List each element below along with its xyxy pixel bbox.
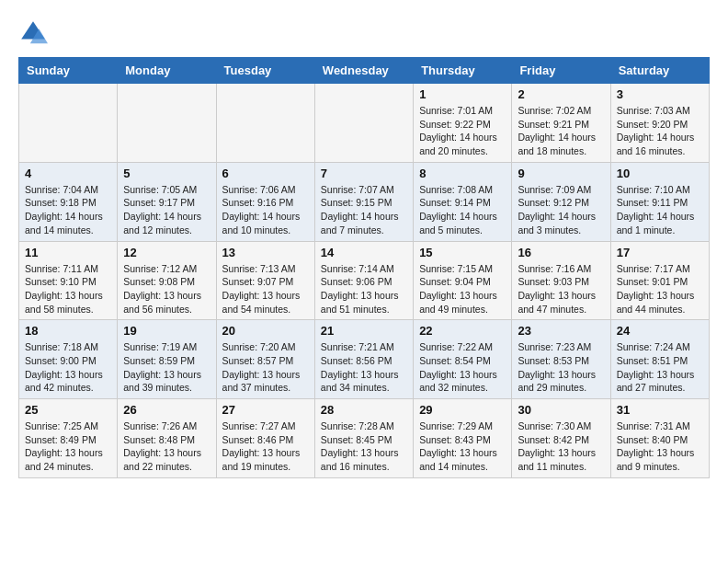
- day-number: 6: [222, 167, 309, 180]
- calendar-cell: 18Sunrise: 7:18 AM Sunset: 9:00 PM Dayli…: [19, 320, 118, 399]
- week-row-1: 1Sunrise: 7:01 AM Sunset: 9:22 PM Daylig…: [19, 84, 710, 163]
- day-info: Sunrise: 7:19 AM Sunset: 8:59 PM Dayligh…: [123, 340, 210, 395]
- calendar-cell: 16Sunrise: 7:16 AM Sunset: 9:03 PM Dayli…: [512, 241, 610, 320]
- calendar-cell: 15Sunrise: 7:15 AM Sunset: 9:04 PM Dayli…: [414, 241, 512, 320]
- calendar-cell: [19, 84, 118, 163]
- calendar-table: SundayMondayTuesdayWednesdayThursdayFrid…: [18, 57, 710, 478]
- day-info: Sunrise: 7:30 AM Sunset: 8:42 PM Dayligh…: [518, 419, 604, 474]
- day-number: 30: [518, 403, 604, 417]
- day-info: Sunrise: 7:20 AM Sunset: 8:57 PM Dayligh…: [222, 340, 309, 395]
- calendar-cell: 27Sunrise: 7:27 AM Sunset: 8:46 PM Dayli…: [216, 399, 314, 478]
- weekday-header-friday: Friday: [512, 58, 610, 84]
- day-number: 1: [419, 87, 506, 101]
- day-info: Sunrise: 7:23 AM Sunset: 8:53 PM Dayligh…: [518, 340, 604, 395]
- calendar-cell: [118, 84, 216, 163]
- day-number: 18: [25, 324, 111, 338]
- day-info: Sunrise: 7:08 AM Sunset: 9:14 PM Dayligh…: [419, 183, 506, 237]
- day-number: 27: [222, 403, 309, 417]
- day-info: Sunrise: 7:28 AM Sunset: 8:45 PM Dayligh…: [321, 419, 407, 474]
- calendar-cell: 6Sunrise: 7:06 AM Sunset: 9:16 PM Daylig…: [216, 162, 314, 241]
- day-number: 16: [518, 246, 604, 259]
- day-number: 9: [518, 167, 604, 180]
- day-info: Sunrise: 7:06 AM Sunset: 9:16 PM Dayligh…: [222, 183, 309, 237]
- day-number: 26: [123, 403, 210, 417]
- day-info: Sunrise: 7:12 AM Sunset: 9:08 PM Dayligh…: [123, 262, 210, 316]
- calendar-cell: 3Sunrise: 7:03 AM Sunset: 9:20 PM Daylig…: [610, 84, 709, 163]
- day-number: 28: [321, 403, 407, 417]
- day-info: Sunrise: 7:27 AM Sunset: 8:46 PM Dayligh…: [222, 419, 309, 474]
- day-info: Sunrise: 7:25 AM Sunset: 8:49 PM Dayligh…: [25, 419, 111, 474]
- calendar-cell: 14Sunrise: 7:14 AM Sunset: 9:06 PM Dayli…: [314, 241, 413, 320]
- day-number: 23: [518, 324, 604, 338]
- day-number: 29: [419, 403, 506, 417]
- day-info: Sunrise: 7:03 AM Sunset: 9:20 PM Dayligh…: [617, 104, 703, 158]
- calendar-cell: 13Sunrise: 7:13 AM Sunset: 9:07 PM Dayli…: [216, 241, 314, 320]
- calendar-cell: 19Sunrise: 7:19 AM Sunset: 8:59 PM Dayli…: [118, 320, 216, 399]
- calendar-cell: 23Sunrise: 7:23 AM Sunset: 8:53 PM Dayli…: [512, 320, 610, 399]
- day-number: 22: [419, 324, 506, 338]
- day-info: Sunrise: 7:14 AM Sunset: 9:06 PM Dayligh…: [321, 262, 407, 316]
- day-info: Sunrise: 7:16 AM Sunset: 9:03 PM Dayligh…: [518, 262, 604, 316]
- day-number: 24: [617, 324, 703, 338]
- calendar-cell: 2Sunrise: 7:02 AM Sunset: 9:21 PM Daylig…: [512, 84, 610, 163]
- weekday-header-sunday: Sunday: [19, 58, 118, 84]
- day-number: 7: [321, 167, 407, 180]
- weekday-header-thursday: Thursday: [414, 58, 512, 84]
- day-number: 17: [617, 246, 703, 259]
- calendar-cell: 26Sunrise: 7:26 AM Sunset: 8:48 PM Dayli…: [118, 399, 216, 478]
- calendar-cell: [314, 84, 413, 163]
- calendar-cell: 10Sunrise: 7:10 AM Sunset: 9:11 PM Dayli…: [610, 162, 709, 241]
- day-info: Sunrise: 7:05 AM Sunset: 9:17 PM Dayligh…: [123, 183, 210, 237]
- day-info: Sunrise: 7:31 AM Sunset: 8:40 PM Dayligh…: [617, 419, 703, 474]
- calendar-cell: 9Sunrise: 7:09 AM Sunset: 9:12 PM Daylig…: [512, 162, 610, 241]
- day-number: 10: [617, 167, 703, 180]
- day-number: 20: [222, 324, 309, 338]
- logo-icon: [18, 18, 48, 48]
- day-number: 5: [123, 167, 210, 180]
- calendar-cell: 30Sunrise: 7:30 AM Sunset: 8:42 PM Dayli…: [512, 399, 610, 478]
- calendar-cell: 25Sunrise: 7:25 AM Sunset: 8:49 PM Dayli…: [19, 399, 118, 478]
- day-info: Sunrise: 7:15 AM Sunset: 9:04 PM Dayligh…: [419, 262, 506, 316]
- calendar-cell: 20Sunrise: 7:20 AM Sunset: 8:57 PM Dayli…: [216, 320, 314, 399]
- day-info: Sunrise: 7:10 AM Sunset: 9:11 PM Dayligh…: [617, 183, 703, 237]
- day-number: 13: [222, 246, 309, 259]
- week-row-4: 18Sunrise: 7:18 AM Sunset: 9:00 PM Dayli…: [19, 320, 710, 399]
- day-number: 4: [25, 167, 111, 180]
- calendar-cell: 31Sunrise: 7:31 AM Sunset: 8:40 PM Dayli…: [610, 399, 709, 478]
- calendar-cell: 12Sunrise: 7:12 AM Sunset: 9:08 PM Dayli…: [118, 241, 216, 320]
- day-number: 21: [321, 324, 407, 338]
- week-row-3: 11Sunrise: 7:11 AM Sunset: 9:10 PM Dayli…: [19, 241, 710, 320]
- day-info: Sunrise: 7:01 AM Sunset: 9:22 PM Dayligh…: [419, 104, 506, 158]
- day-number: 2: [518, 87, 604, 101]
- day-number: 3: [617, 87, 703, 101]
- week-row-5: 25Sunrise: 7:25 AM Sunset: 8:49 PM Dayli…: [19, 399, 710, 478]
- day-info: Sunrise: 7:07 AM Sunset: 9:15 PM Dayligh…: [321, 183, 407, 237]
- day-info: Sunrise: 7:22 AM Sunset: 8:54 PM Dayligh…: [419, 340, 506, 395]
- calendar-cell: 22Sunrise: 7:22 AM Sunset: 8:54 PM Dayli…: [414, 320, 512, 399]
- day-info: Sunrise: 7:04 AM Sunset: 9:18 PM Dayligh…: [25, 183, 111, 237]
- day-number: 12: [123, 246, 210, 259]
- calendar-cell: 28Sunrise: 7:28 AM Sunset: 8:45 PM Dayli…: [314, 399, 413, 478]
- day-info: Sunrise: 7:21 AM Sunset: 8:56 PM Dayligh…: [321, 340, 407, 395]
- calendar-cell: 1Sunrise: 7:01 AM Sunset: 9:22 PM Daylig…: [414, 84, 512, 163]
- calendar-cell: 4Sunrise: 7:04 AM Sunset: 9:18 PM Daylig…: [19, 162, 118, 241]
- day-number: 25: [25, 403, 111, 417]
- logo: [18, 18, 53, 48]
- page-header: [18, 18, 710, 48]
- weekday-header-row: SundayMondayTuesdayWednesdayThursdayFrid…: [19, 58, 710, 84]
- weekday-header-tuesday: Tuesday: [216, 58, 314, 84]
- day-info: Sunrise: 7:24 AM Sunset: 8:51 PM Dayligh…: [617, 340, 703, 395]
- day-info: Sunrise: 7:09 AM Sunset: 9:12 PM Dayligh…: [518, 183, 604, 237]
- weekday-header-saturday: Saturday: [610, 58, 709, 84]
- calendar-cell: 8Sunrise: 7:08 AM Sunset: 9:14 PM Daylig…: [414, 162, 512, 241]
- calendar-cell: 24Sunrise: 7:24 AM Sunset: 8:51 PM Dayli…: [610, 320, 709, 399]
- day-info: Sunrise: 7:02 AM Sunset: 9:21 PM Dayligh…: [518, 104, 604, 158]
- day-number: 31: [617, 403, 703, 417]
- calendar-cell: 5Sunrise: 7:05 AM Sunset: 9:17 PM Daylig…: [118, 162, 216, 241]
- day-info: Sunrise: 7:17 AM Sunset: 9:01 PM Dayligh…: [617, 262, 703, 316]
- day-info: Sunrise: 7:11 AM Sunset: 9:10 PM Dayligh…: [25, 262, 111, 316]
- week-row-2: 4Sunrise: 7:04 AM Sunset: 9:18 PM Daylig…: [19, 162, 710, 241]
- day-number: 19: [123, 324, 210, 338]
- day-info: Sunrise: 7:13 AM Sunset: 9:07 PM Dayligh…: [222, 262, 309, 316]
- day-number: 8: [419, 167, 506, 180]
